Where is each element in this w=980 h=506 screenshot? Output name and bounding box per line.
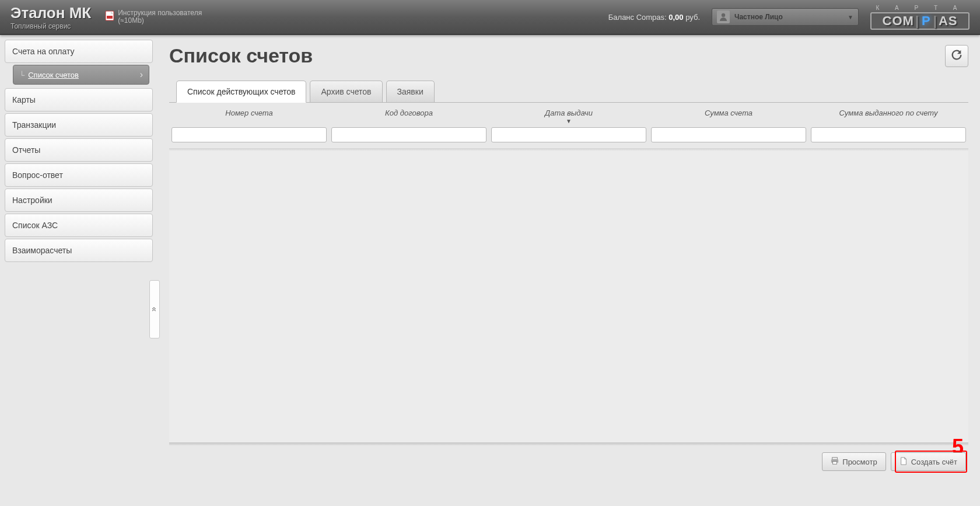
- chevron-down-icon: ▼: [848, 14, 853, 20]
- content-area: Список счетов Список действующих счетов …: [158, 35, 980, 506]
- nav-transactions[interactable]: Транзакции: [5, 113, 153, 137]
- col-contract-code[interactable]: Код договора: [329, 109, 489, 123]
- document-icon: [900, 457, 908, 467]
- filter-contract-code[interactable]: [331, 127, 487, 142]
- user-manual-link[interactable]: Инструкция пользователя (≈10Mb): [105, 9, 202, 25]
- nav-reports[interactable]: Отчеты: [5, 138, 153, 162]
- action-bar: Просмотр Создать счёт: [169, 445, 968, 478]
- filter-row: [169, 123, 968, 148]
- tab-requests[interactable]: Заявки: [386, 81, 435, 103]
- pdf-size: (≈10Mb): [118, 17, 202, 25]
- svg-rect-5: [833, 461, 837, 463]
- tab-archive[interactable]: Архив счетов: [310, 81, 382, 103]
- nav-settings[interactable]: Настройки: [5, 189, 153, 212]
- logo-card: COM|P|AS: [870, 12, 970, 30]
- brand-subtitle: Топливный сервис: [10, 22, 91, 30]
- sort-desc-icon: ▼: [489, 120, 649, 123]
- logo-top-text: К А Р Т А: [870, 5, 970, 11]
- brand: Эталон МК Топливный сервис: [0, 2, 102, 33]
- refresh-icon: [950, 48, 963, 64]
- page-title: Список счетов: [169, 44, 945, 67]
- nav-faq[interactable]: Вопрос-ответ: [5, 163, 153, 187]
- filter-amount[interactable]: [651, 127, 806, 142]
- balance-suffix: руб.: [684, 13, 700, 22]
- col-amount[interactable]: Сумма счета: [649, 109, 808, 123]
- balance-value: 0,00: [668, 13, 683, 22]
- filter-invoice-number[interactable]: [172, 127, 327, 142]
- compas-logo: К А Р Т А COM|P|AS: [870, 5, 970, 30]
- nav-cards[interactable]: Карты: [5, 88, 153, 111]
- print-icon: [831, 457, 839, 467]
- nav-invoice-list-label: Список счетов: [28, 71, 79, 79]
- table-panel: Номер счета Код договора Дата выдачи▼ Су…: [169, 102, 968, 445]
- balance-label: Баланс Compas: 0,00 руб.: [608, 13, 700, 22]
- pdf-text: Инструкция пользователя (≈10Mb): [118, 9, 202, 25]
- col-label: Дата выдачи: [545, 109, 593, 117]
- user-icon: [717, 11, 730, 23]
- app-header: Эталон МК Топливный сервис Инструкция по…: [0, 0, 980, 35]
- preview-label: Просмотр: [842, 458, 877, 466]
- create-invoice-button[interactable]: Создать счёт: [891, 452, 966, 471]
- table-header: Номер счета Код договора Дата выдачи▼ Су…: [169, 103, 968, 123]
- chevron-right-icon: ›: [140, 69, 143, 80]
- balance-prefix: Баланс Compas:: [608, 13, 669, 22]
- svg-point-2: [722, 13, 725, 17]
- col-label: Сумма счета: [705, 109, 752, 117]
- nav-settlements[interactable]: Взаиморасчеты: [5, 239, 153, 262]
- svg-rect-1: [107, 16, 113, 19]
- col-label: Код договора: [385, 109, 433, 117]
- refresh-button[interactable]: [945, 45, 968, 67]
- nav-invoice-list[interactable]: Список счетов ›: [13, 65, 149, 85]
- sidebar: Счета на оплату Список счетов › Карты Тр…: [0, 35, 158, 506]
- tabs: Список действующих счетов Архив счетов З…: [169, 80, 968, 102]
- nav-invoices[interactable]: Счета на оплату: [5, 40, 153, 63]
- filter-issue-date[interactable]: [491, 127, 646, 142]
- svg-rect-3: [832, 457, 838, 459]
- col-label: Сумма выданного по счету: [839, 109, 938, 117]
- preview-button[interactable]: Просмотр: [822, 452, 886, 471]
- table-body-empty: [169, 151, 968, 442]
- col-issue-date[interactable]: Дата выдачи▼: [489, 109, 649, 123]
- nav-stations[interactable]: Список АЗС: [5, 214, 153, 237]
- create-label: Создать счёт: [911, 458, 957, 466]
- col-invoice-number[interactable]: Номер счета: [169, 109, 329, 123]
- filter-issued-amount[interactable]: [811, 127, 966, 142]
- tab-active-invoices[interactable]: Список действующих счетов: [176, 81, 306, 103]
- user-dropdown[interactable]: Частное Лицо ▼: [712, 8, 859, 26]
- col-issued-amount[interactable]: Сумма выданного по счету: [808, 109, 968, 123]
- brand-title: Эталон МК: [10, 4, 91, 22]
- col-label: Номер счета: [225, 109, 272, 117]
- user-name: Частное Лицо: [734, 13, 853, 21]
- pdf-icon: [105, 11, 114, 23]
